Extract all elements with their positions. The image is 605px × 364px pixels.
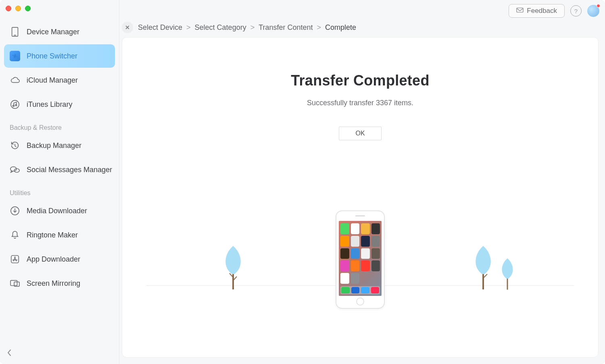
sidebar-section-backup: Backup & Restore	[0, 116, 119, 134]
svg-rect-15	[482, 274, 484, 289]
svg-rect-9	[10, 281, 17, 286]
iphone-illustration	[336, 210, 385, 309]
music-note-icon	[10, 99, 20, 110]
close-breadcrumb-button[interactable]: ✕	[122, 22, 133, 33]
breadcrumb-row: ✕ Select Device > Select Category > Tran…	[119, 22, 605, 33]
app-window: Device Manager Phone Switcher	[0, 0, 605, 364]
svg-rect-17	[507, 279, 508, 289]
chevron-right-icon: >	[317, 23, 321, 32]
crumb-complete: Complete	[325, 23, 356, 32]
sidebar-item-label: Ringtone Maker	[27, 231, 78, 239]
illustration	[122, 192, 598, 313]
sidebar-item-label: Media Downloader	[27, 207, 87, 215]
phone-speaker	[355, 215, 365, 216]
sidebar-item-label: iCloud Manager	[27, 76, 78, 85]
sidebar-item-backup-manager[interactable]: Backup Manager	[4, 134, 115, 157]
crumb-label: Complete	[325, 23, 356, 32]
topbar: Feedback ?	[119, 0, 605, 22]
notification-dot-icon	[597, 4, 600, 8]
help-label: ?	[574, 8, 578, 15]
sidebar-back-button[interactable]	[6, 349, 12, 358]
sidebar-item-screen-mirroring[interactable]: Screen Mirroring	[4, 272, 115, 295]
screens-icon	[10, 278, 20, 289]
bell-icon	[10, 230, 20, 240]
sidebar-item-ringtone-maker[interactable]: Ringtone Maker	[4, 223, 115, 247]
sidebar: Device Manager Phone Switcher	[0, 0, 119, 364]
tree-icon	[219, 246, 247, 290]
crumb-label: Transfer Content	[259, 23, 313, 32]
close-icon: ✕	[125, 24, 130, 31]
chevron-right-icon: >	[250, 23, 255, 32]
tree-icon	[469, 246, 497, 290]
ok-button[interactable]: OK	[339, 127, 382, 140]
download-icon	[10, 206, 20, 216]
page-title: Transfer Completed	[122, 72, 598, 89]
content-panel: Transfer Completed Successfully transfer…	[122, 37, 599, 358]
sidebar-item-icloud-manager[interactable]: iCloud Manager	[4, 69, 115, 92]
zoom-window-button[interactable]	[25, 6, 31, 11]
help-button[interactable]: ?	[570, 5, 582, 17]
svg-point-3	[13, 105, 14, 107]
svg-rect-11	[517, 8, 523, 12]
sidebar-item-device-manager[interactable]: Device Manager	[4, 20, 115, 44]
phone-switcher-icon	[10, 51, 20, 61]
chevron-right-icon: >	[186, 23, 191, 32]
phone-outline-icon	[10, 27, 20, 37]
crumb-label: Select Category	[195, 23, 246, 32]
crumb-label: Select Device	[138, 23, 182, 32]
svg-rect-8	[11, 256, 19, 263]
sidebar-nav: Device Manager Phone Switcher	[0, 20, 119, 116]
sidebar-item-phone-switcher[interactable]: Phone Switcher	[4, 44, 115, 68]
sidebar-nav-utilities: Media Downloader Ringtone Maker App Down…	[0, 199, 119, 295]
svg-point-4	[15, 104, 17, 106]
sidebar-item-itunes-library[interactable]: iTunes Library	[4, 93, 115, 116]
crumb-select-device[interactable]: Select Device >	[138, 23, 191, 32]
account-avatar[interactable]	[587, 5, 599, 17]
sidebar-nav-backup: Backup Manager Social Messages Manager	[0, 134, 119, 181]
sidebar-item-label: iTunes Library	[27, 100, 72, 109]
sidebar-item-media-downloader[interactable]: Media Downloader	[4, 199, 115, 223]
svg-point-6	[14, 168, 19, 172]
phone-screen	[339, 221, 382, 296]
tree-icon	[497, 258, 517, 290]
feedback-label: Feedback	[527, 7, 557, 15]
sidebar-item-label: Screen Mirroring	[27, 279, 80, 288]
chat-bubbles-icon	[10, 164, 20, 175]
crumb-transfer-content[interactable]: Transfer Content >	[259, 23, 321, 32]
sidebar-item-label: Device Manager	[27, 28, 79, 36]
sidebar-item-label: Phone Switcher	[27, 52, 77, 60]
breadcrumb: Select Device > Select Category > Transf…	[138, 23, 356, 32]
svg-point-2	[11, 100, 19, 108]
cloud-icon	[10, 75, 20, 85]
appstore-icon	[10, 254, 20, 264]
page-subtitle: Successfully transfer 3367 items.	[122, 99, 598, 107]
phone-app-grid	[340, 223, 380, 284]
close-window-button[interactable]	[6, 6, 11, 11]
minimize-window-button[interactable]	[15, 6, 21, 11]
feedback-button[interactable]: Feedback	[509, 4, 565, 18]
phone-home-button	[356, 297, 364, 306]
crumb-select-category[interactable]: Select Category >	[195, 23, 255, 32]
history-icon	[10, 140, 20, 151]
sidebar-item-app-downloader[interactable]: App Downloader	[4, 248, 115, 271]
main-area: Feedback ? ✕ Select Device > Select Cate…	[119, 0, 605, 364]
sidebar-section-utilities: Utilities	[0, 181, 119, 199]
sidebar-item-social-messages[interactable]: Social Messages Manager	[4, 158, 115, 181]
mail-icon	[516, 7, 524, 15]
sidebar-item-label: Backup Manager	[27, 141, 81, 150]
window-controls	[0, 6, 119, 11]
sidebar-item-label: App Downloader	[27, 255, 80, 264]
sidebar-item-label: Social Messages Manager	[27, 166, 112, 174]
result-block: Transfer Completed Successfully transfer…	[122, 37, 598, 140]
phone-dock	[340, 286, 380, 294]
